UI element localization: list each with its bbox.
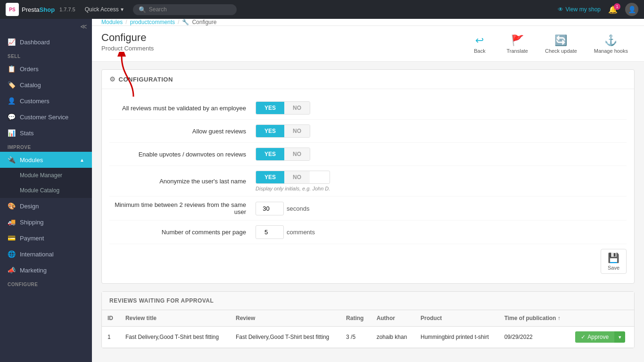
content-area: Modules / productcomments / 🔧 Configure … — [92, 19, 644, 362]
sidebar-item-label: Catalog — [20, 82, 41, 89]
config-row-min-time: Minimum time between 2 reviews from the … — [109, 197, 627, 221]
col-id: ID — [102, 310, 120, 327]
sidebar-item-marketing[interactable]: 📣 Marketing — [0, 262, 92, 278]
sidebar-item-label: Dashboard — [20, 39, 50, 46]
sidebar-item-design[interactable]: 🎨 Design — [0, 198, 92, 214]
translate-button[interactable]: 🚩 Translate — [500, 32, 534, 57]
anonymize-toggle[interactable]: YES NO — [256, 171, 330, 184]
stats-icon: 📊 — [8, 129, 15, 137]
refresh-icon: 🔄 — [554, 34, 567, 47]
validated-no-btn[interactable]: NO — [284, 102, 310, 114]
anonymize-yes-btn[interactable]: YES — [256, 171, 284, 183]
votes-toggle[interactable]: YES NO — [256, 148, 310, 161]
sidebar-item-international[interactable]: 🌐 International — [0, 246, 92, 262]
check-update-button[interactable]: 🔄 Check update — [538, 32, 584, 57]
sidebar-collapse-button[interactable]: ≪ — [0, 19, 92, 34]
row-time: 09/29/2022 — [499, 327, 570, 348]
min-time-input[interactable] — [256, 202, 284, 215]
row-id: 1 — [102, 327, 120, 348]
anonymize-label: Anonymize the user's last name — [109, 178, 246, 185]
sidebar-item-label: Customers — [20, 98, 50, 105]
sidebar-item-modules[interactable]: 🔌 Modules ▲ — [0, 152, 92, 168]
anonymize-control: YES NO Display only initials, e.g. John … — [256, 171, 330, 191]
approve-dropdown-button[interactable]: ▾ — [614, 331, 625, 343]
search-icon: 🔍 — [139, 6, 146, 13]
guest-no-btn[interactable]: NO — [284, 125, 310, 137]
sidebar-item-orders[interactable]: 📋 Orders — [0, 61, 92, 77]
save-area: 💾 Save — [109, 244, 627, 276]
notifications-button[interactable]: 🔔 1 — [608, 5, 618, 14]
search-bar[interactable]: 🔍 — [133, 4, 237, 15]
design-icon: 🎨 — [8, 202, 15, 210]
sidebar-item-customer-service[interactable]: 💬 Customer Service — [0, 109, 92, 125]
sidebar-item-customers[interactable]: 👤 Customers — [0, 93, 92, 109]
votes-control: YES NO — [256, 148, 310, 161]
view-my-shop-button[interactable]: 👁 View my shop — [558, 6, 601, 13]
quick-access-button[interactable]: Quick Access ▾ — [81, 4, 127, 15]
payment-icon: 💳 — [8, 234, 15, 242]
chevron-down-icon: ▾ — [619, 334, 621, 340]
reviews-table-header-row: ID Review title Review Rating Author Pro… — [102, 310, 634, 327]
breadcrumb-modules[interactable]: Modules — [101, 19, 123, 25]
save-button[interactable]: 💾 Save — [601, 249, 627, 274]
sidebar-item-label: Marketing — [20, 267, 47, 274]
guest-yes-btn[interactable]: YES — [256, 125, 284, 137]
sidebar-item-payment[interactable]: 💳 Payment — [0, 230, 92, 246]
anonymize-no-btn[interactable]: NO — [284, 171, 310, 183]
back-icon: ↩ — [475, 34, 484, 47]
votes-no-btn[interactable]: NO — [284, 148, 310, 160]
votes-label: Enable upvotes / downvotes on reviews — [109, 151, 256, 158]
page-subtitle: Product Comments — [101, 45, 154, 52]
user-avatar[interactable]: 👤 — [625, 3, 638, 16]
validated-yes-btn[interactable]: YES — [256, 102, 284, 114]
row-product: Hummingbird printed t-shirt — [415, 327, 499, 348]
configuration-card-body: All reviews must be validated by an empl… — [102, 89, 634, 283]
sidebar-item-label: Orders — [20, 66, 39, 73]
back-button[interactable]: ↩ Back — [463, 32, 496, 57]
configuration-card-header: ⚙ CONFIGURATION — [102, 70, 634, 89]
breadcrumb-configure: Configure — [192, 19, 216, 25]
page-actions: ↩ Back 🚩 Translate 🔄 Check update ⚓ Mana… — [463, 32, 635, 61]
sidebar-item-dashboard[interactable]: 📈 Dashboard — [0, 34, 92, 50]
comments-per-page-input[interactable] — [256, 225, 284, 239]
col-review: Review — [230, 310, 340, 327]
col-review-title: Review title — [120, 310, 230, 327]
guest-toggle[interactable]: YES NO — [256, 124, 310, 138]
col-product: Product — [415, 310, 499, 327]
translate-icon: 🚩 — [511, 34, 524, 47]
sidebar-item-stats[interactable]: 📊 Stats — [0, 125, 92, 141]
sidebar-item-shipping[interactable]: 🚚 Shipping — [0, 214, 92, 230]
validated-toggle[interactable]: YES NO — [256, 101, 310, 115]
breadcrumb: Modules / productcomments / 🔧 Configure — [92, 19, 644, 26]
logo-version: 1.7.7.5 — [59, 7, 75, 12]
sidebar-item-label: Modules — [20, 156, 43, 164]
anonymize-hint: Display only initials, e.g. John D. — [256, 186, 330, 191]
validated-control: YES NO — [256, 101, 310, 115]
guest-label: Allow guest reviews — [109, 128, 256, 135]
search-input[interactable] — [149, 6, 215, 13]
module-manager-label: Module Manager — [20, 172, 62, 179]
eye-icon: 👁 — [558, 6, 563, 13]
manage-hooks-button[interactable]: ⚓ Manage hooks — [587, 32, 635, 57]
row-title: Fast Delivery,Good T-Shirt best fitting — [120, 327, 230, 348]
sidebar-item-catalog[interactable]: 🏷️ Catalog — [0, 77, 92, 93]
comments-per-page-control: comments — [256, 225, 315, 239]
dashboard-icon: 📈 — [8, 38, 15, 46]
collapse-icon[interactable]: ≪ — [80, 23, 87, 30]
gear-icon: ⚙ — [109, 75, 116, 83]
modules-submenu: Module Manager Module Catalog — [0, 168, 92, 198]
sidebar-item-module-catalog[interactable]: Module Catalog — [0, 183, 92, 198]
sidebar: ≪ 📈 Dashboard SELL 📋 Orders 🏷️ Catalog 👤… — [0, 19, 92, 362]
sidebar-section-improve: IMPROVE — [0, 141, 92, 152]
sidebar-item-module-manager[interactable]: Module Manager — [0, 168, 92, 183]
breadcrumb-productcomments[interactable]: productcomments — [130, 19, 175, 25]
approve-button[interactable]: ✓ Approve — [575, 331, 614, 343]
modules-icon: 🔌 — [8, 156, 15, 164]
page-header-top: Configure Product Comments ↩ Back 🚩 Tran… — [101, 32, 635, 61]
page-title-area: Configure Product Comments — [101, 32, 154, 57]
votes-yes-btn[interactable]: YES — [256, 148, 284, 160]
catalog-icon: 🏷️ — [8, 81, 15, 89]
config-row-votes: Enable upvotes / downvotes on reviews YE… — [109, 143, 627, 166]
page-title: Configure — [101, 32, 154, 44]
comments-per-page-unit: comments — [287, 229, 315, 236]
